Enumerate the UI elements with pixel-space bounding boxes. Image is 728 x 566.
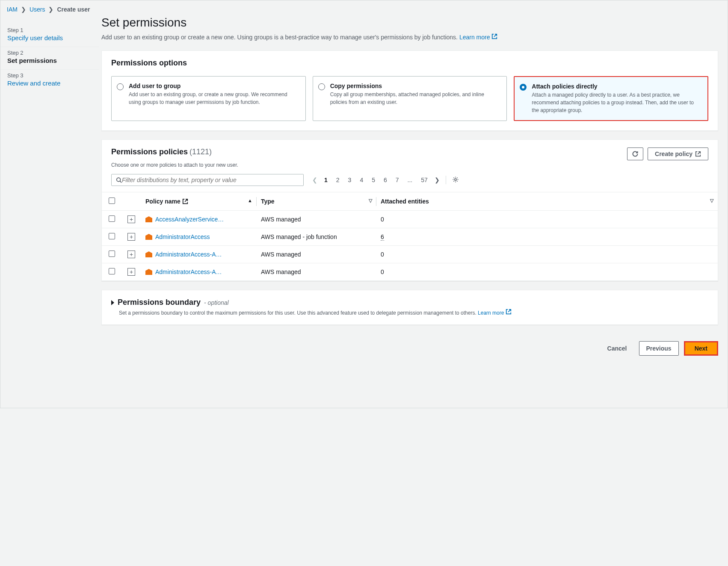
- radio-icon[interactable]: [117, 83, 124, 90]
- policies-table: Policy name ▲ Type ▽ Attached entities: [102, 192, 718, 281]
- row-checkbox[interactable]: [109, 251, 115, 257]
- settings-button[interactable]: [450, 174, 461, 186]
- permissions-policies-panel: Permissions policies (1121) Create polic…: [101, 139, 718, 281]
- policies-subtitle: Choose one or more policies to attach to…: [102, 160, 718, 174]
- row-checkbox[interactable]: [109, 233, 115, 239]
- learn-more-link[interactable]: Learn more: [478, 310, 512, 316]
- col-policy-name[interactable]: Policy name ▲: [141, 192, 257, 211]
- refresh-icon: [632, 150, 639, 157]
- step-label: Step 1: [7, 27, 92, 33]
- next-button[interactable]: Next: [684, 341, 718, 356]
- prev-page[interactable]: ❮: [311, 175, 319, 185]
- table-row: +AdministratorAccess-A…AWS managed0: [102, 246, 718, 263]
- main-content: Set permissions Add user to an existing …: [99, 0, 728, 408]
- table-row: +AdministratorAccessAWS managed - job fu…: [102, 228, 718, 246]
- page-7[interactable]: 7: [392, 175, 402, 185]
- svg-point-1: [455, 178, 456, 180]
- policy-type: AWS managed: [257, 211, 376, 228]
- page-title: Set permissions: [101, 16, 718, 29]
- wizard-sidebar: Step 1 Specify user details Step 2 Set p…: [0, 0, 99, 408]
- option-title: Attach policies directly: [532, 83, 701, 90]
- option-add-to-group[interactable]: Add user to group Add user to an existin…: [111, 76, 306, 121]
- select-all-checkbox[interactable]: [109, 198, 115, 204]
- expand-row-button[interactable]: +: [127, 215, 135, 223]
- policy-name-link[interactable]: AdministratorAccess-A…: [155, 268, 222, 275]
- breadcrumb: IAM ❯ Users ❯ Create user: [7, 6, 90, 13]
- option-title: Copy permissions: [330, 83, 501, 89]
- boundary-optional: - optional: [204, 299, 229, 306]
- chevron-right-icon: ❯: [21, 6, 26, 13]
- previous-button[interactable]: Previous: [639, 341, 679, 356]
- option-copy-permissions[interactable]: Copy permissions Copy all group membersh…: [313, 76, 507, 121]
- wizard-step-3[interactable]: Step 3 Review and create: [0, 70, 99, 92]
- divider: [446, 176, 446, 184]
- expand-row-button[interactable]: +: [127, 268, 135, 276]
- page-2[interactable]: 2: [333, 175, 343, 185]
- page-ellipsis: ...: [404, 175, 416, 185]
- permissions-options-panel: Permissions options Add user to group Ad…: [101, 50, 718, 131]
- policy-name-link[interactable]: AccessAnalyzerService…: [155, 216, 224, 223]
- expand-row-button[interactable]: +: [127, 233, 135, 241]
- search-icon: [116, 177, 122, 183]
- page-6[interactable]: 6: [380, 175, 391, 185]
- create-policy-button[interactable]: Create policy: [648, 147, 708, 160]
- option-desc: Add user to an existing group, or create…: [129, 91, 299, 106]
- page-3[interactable]: 3: [345, 175, 355, 185]
- table-row: +AdministratorAccess-A…AWS managed0: [102, 263, 718, 281]
- page-1[interactable]: 1: [321, 175, 331, 185]
- policy-name-link[interactable]: AdministratorAccess: [155, 233, 210, 240]
- dropdown-icon: ▽: [369, 198, 372, 203]
- radio-icon[interactable]: [520, 84, 527, 91]
- cancel-button[interactable]: Cancel: [601, 341, 634, 356]
- wizard-step-1[interactable]: Step 1 Specify user details: [0, 24, 99, 47]
- svg-point-0: [117, 178, 121, 182]
- permissions-options-title: Permissions options: [111, 59, 708, 68]
- pagination: ❮ 1 2 3 4 5 6 7 ... 57 ❯: [311, 174, 461, 186]
- filter-input-wrap[interactable]: [111, 174, 304, 186]
- external-link-icon: [491, 33, 497, 39]
- page-description: Add user to an existing group or create …: [101, 33, 718, 42]
- refresh-button[interactable]: [627, 147, 643, 160]
- sort-asc-icon: ▲: [248, 198, 252, 203]
- col-type[interactable]: Type ▽: [257, 192, 376, 211]
- page-last[interactable]: 57: [417, 175, 431, 185]
- col-attached[interactable]: Attached entities ▽: [376, 192, 718, 211]
- step-label: Step 3: [7, 72, 92, 79]
- next-page[interactable]: ❯: [433, 175, 441, 185]
- option-desc: Copy all group memberships, attached man…: [330, 91, 501, 106]
- policy-attached: 6: [376, 228, 718, 246]
- policy-attached: 0: [376, 211, 718, 228]
- expand-toggle-icon[interactable]: [111, 300, 114, 305]
- learn-more-link[interactable]: Learn more: [459, 34, 497, 41]
- page-5[interactable]: 5: [368, 175, 379, 185]
- policy-name-link[interactable]: AdministratorAccess-A…: [155, 251, 222, 258]
- breadcrumb-current: Create user: [57, 6, 90, 13]
- radio-icon[interactable]: [318, 83, 325, 90]
- breadcrumb-iam[interactable]: IAM: [7, 6, 18, 13]
- policy-type: AWS managed: [257, 246, 376, 263]
- policy-type: AWS managed - job function: [257, 228, 376, 246]
- table-row: +AccessAnalyzerService…AWS managed0: [102, 211, 718, 228]
- option-attach-policies[interactable]: Attach policies directly Attach a manage…: [514, 76, 708, 121]
- page-4[interactable]: 4: [356, 175, 367, 185]
- gear-icon: [452, 176, 459, 183]
- policy-attached: 0: [376, 246, 718, 263]
- external-link-icon: [695, 151, 701, 157]
- option-desc: Attach a managed policy directly to a us…: [532, 91, 701, 114]
- external-link-icon: [506, 309, 512, 315]
- boundary-title: Permissions boundary: [118, 298, 201, 307]
- filter-input[interactable]: [122, 177, 299, 183]
- row-checkbox[interactable]: [109, 268, 115, 274]
- dropdown-icon: ▽: [710, 198, 713, 203]
- step-title[interactable]: Specify user details: [7, 34, 63, 41]
- breadcrumb-users[interactable]: Users: [30, 6, 45, 13]
- expand-row-button[interactable]: +: [127, 251, 135, 258]
- external-link-icon: [182, 198, 188, 204]
- policies-title: Permissions policies: [111, 147, 188, 156]
- page-description-text: Add user to an existing group or create …: [101, 34, 459, 41]
- row-checkbox[interactable]: [109, 215, 115, 222]
- step-title[interactable]: Review and create: [7, 80, 60, 87]
- policy-box-icon: [145, 269, 152, 275]
- policy-type: AWS managed: [257, 263, 376, 281]
- step-label: Step 2: [7, 50, 92, 56]
